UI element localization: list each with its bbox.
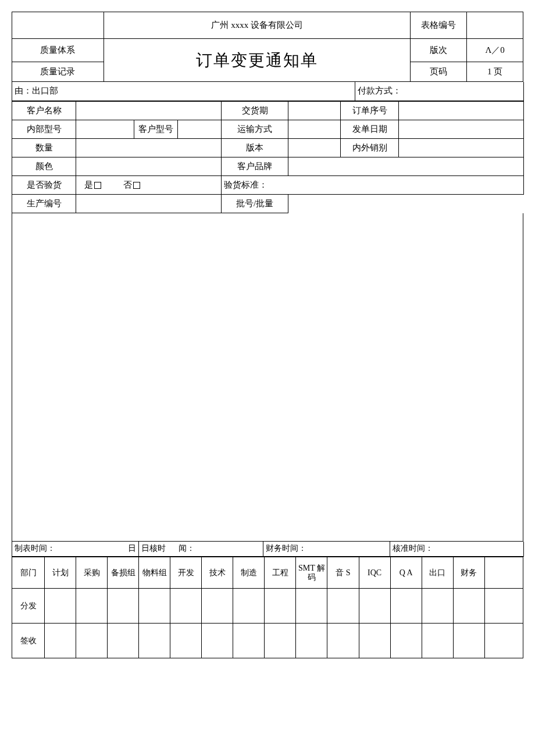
- cell[interactable]: [202, 624, 233, 658]
- delivery-date-label: 交货期: [222, 101, 288, 120]
- dom-exp-value[interactable]: [399, 138, 524, 157]
- col-sound: 音 S: [327, 557, 359, 589]
- col-material: 物料组: [139, 557, 170, 589]
- issue-date-value[interactable]: [399, 120, 524, 138]
- order-change-form: 广州 xxxx 设备有限公司 表格编号 质量体系 订单变更通知单 版次 Λ／0 …: [12, 12, 523, 658]
- version-label: 版次: [411, 39, 467, 62]
- cell[interactable]: [327, 589, 359, 624]
- col-blank: [484, 557, 523, 589]
- maketime-label: 制表时间：: [12, 542, 116, 557]
- cell[interactable]: [108, 624, 139, 658]
- dailycheck-label: 日核时: [139, 542, 176, 557]
- time-row: 制表时间： 日 日核时 闻： 财务时间： 核准时间：: [12, 542, 524, 557]
- cell[interactable]: [265, 589, 296, 624]
- dept-header: 部门: [12, 557, 45, 589]
- cell[interactable]: [233, 589, 265, 624]
- cell[interactable]: [108, 589, 139, 624]
- cell[interactable]: [296, 624, 327, 658]
- cell[interactable]: [265, 624, 296, 658]
- cell[interactable]: [422, 589, 453, 624]
- version-info-label: 版本: [222, 138, 288, 157]
- cust-brand-value[interactable]: [288, 157, 524, 175]
- content-area[interactable]: [12, 213, 523, 542]
- cell[interactable]: [45, 589, 76, 624]
- cell[interactable]: [139, 624, 170, 658]
- col-smt: SMT 解码: [296, 557, 327, 589]
- from-label: 由：出口部: [12, 82, 355, 101]
- no-label: 否: [123, 180, 132, 189]
- yes-checkbox[interactable]: [94, 182, 101, 189]
- delivery-date-value[interactable]: [288, 101, 341, 120]
- cell[interactable]: [390, 624, 422, 658]
- version-info-value[interactable]: [288, 138, 341, 157]
- prod-no-label: 生产编号: [12, 194, 76, 213]
- cust-brand-label: 客户品牌: [222, 157, 288, 175]
- issue-date-label: 发单日期: [341, 120, 399, 138]
- batch-value[interactable]: [288, 194, 524, 213]
- cell[interactable]: [139, 589, 170, 624]
- meta-row: 由：出口部 付款方式：: [12, 82, 524, 101]
- inspection-label: 是否验货: [12, 175, 76, 194]
- form-title: 订单变更通知单: [104, 39, 411, 82]
- internal-model-value[interactable]: [76, 120, 134, 138]
- col-finance: 财务: [453, 557, 484, 589]
- dailycheck-suffix: 闻：: [176, 542, 263, 557]
- col-tech: 技术: [202, 557, 233, 589]
- customer-name-label: 客户名称: [12, 101, 76, 120]
- cell[interactable]: [390, 589, 422, 624]
- inspection-standard-label: 验货标准：: [224, 180, 268, 189]
- customer-model-value[interactable]: [178, 120, 222, 138]
- quality-record-label: 质量记录: [12, 62, 104, 82]
- finance-time-label: 财务时间：: [263, 542, 390, 557]
- color-label: 颜色: [12, 157, 76, 175]
- form-code-label: 表格编号: [411, 12, 467, 39]
- cell[interactable]: [202, 589, 233, 624]
- col-mfg: 制造: [233, 557, 265, 589]
- col-qa: Q A: [390, 557, 422, 589]
- inspection-yesno[interactable]: 是 否: [76, 175, 222, 194]
- distribution-table: 部门 计划 采购 备损组 物料组 开发 技术 制造 工程 SMT 解码 音 S …: [12, 557, 523, 658]
- cell[interactable]: [484, 624, 523, 658]
- prod-no-value[interactable]: [76, 194, 222, 213]
- quality-system-label: 质量体系: [12, 39, 104, 62]
- cell[interactable]: [170, 624, 202, 658]
- cell[interactable]: [170, 589, 202, 624]
- order-seq-value[interactable]: [399, 101, 524, 120]
- order-seq-label: 订单序号: [341, 101, 399, 120]
- col-purchase: 采购: [76, 557, 108, 589]
- version-value: Λ／0: [467, 39, 523, 62]
- header-table: 广州 xxxx 设备有限公司 表格编号 质量体系 订单变更通知单 版次 Λ／0 …: [12, 12, 523, 82]
- cell[interactable]: [359, 624, 390, 658]
- qty-value[interactable]: [76, 138, 222, 157]
- dom-exp-label: 内外销别: [341, 138, 399, 157]
- cell[interactable]: [453, 624, 484, 658]
- maketime-day: 日: [116, 542, 139, 557]
- transport-value[interactable]: [288, 120, 341, 138]
- cell[interactable]: [296, 589, 327, 624]
- col-spare: 备损组: [108, 557, 139, 589]
- cell[interactable]: [327, 624, 359, 658]
- form-code-value: [467, 12, 523, 39]
- yes-label: 是: [84, 180, 93, 189]
- cell[interactable]: [76, 589, 108, 624]
- cell[interactable]: [233, 624, 265, 658]
- batch-label: 批号/批量: [222, 194, 288, 213]
- page-value: 1 页: [467, 62, 523, 82]
- col-eng: 工程: [265, 557, 296, 589]
- no-checkbox[interactable]: [133, 182, 140, 189]
- qty-label: 数量: [12, 138, 76, 157]
- cell[interactable]: [422, 624, 453, 658]
- info-table: 客户名称 交货期 订单序号 内部型号 客户型号 运输方式 发单日期 数量 版本 …: [12, 101, 524, 213]
- color-value[interactable]: [76, 157, 222, 175]
- cell[interactable]: [76, 624, 108, 658]
- col-plan: 计划: [45, 557, 76, 589]
- cell[interactable]: [359, 589, 390, 624]
- cell[interactable]: [45, 624, 76, 658]
- company-name: 广州 xxxx 设备有限公司: [104, 12, 411, 39]
- cell[interactable]: [453, 589, 484, 624]
- cell[interactable]: [484, 589, 523, 624]
- approve-time-label: 核准时间：: [390, 542, 524, 557]
- inspection-standard[interactable]: 验货标准：: [222, 175, 524, 194]
- customer-name-value[interactable]: [76, 101, 222, 120]
- page-label: 页码: [411, 62, 467, 82]
